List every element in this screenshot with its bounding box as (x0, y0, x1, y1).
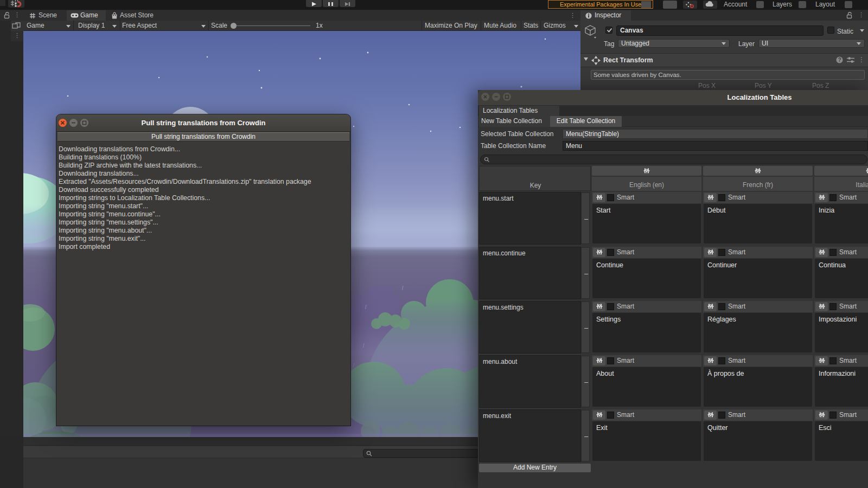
svg-text:?: ? (838, 57, 841, 63)
